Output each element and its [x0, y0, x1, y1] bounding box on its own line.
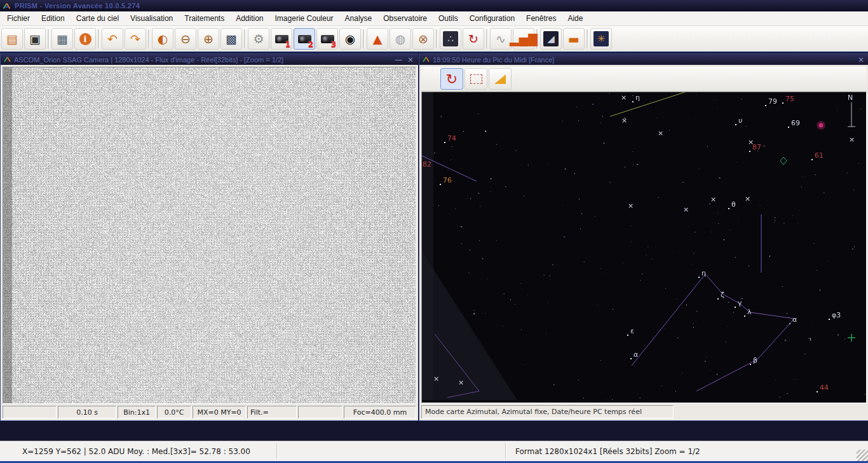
mosaic-icon: ✳	[593, 31, 609, 46]
curve-icon[interactable]: ∿	[490, 28, 512, 50]
menu-observatoire[interactable]: Observatoire	[377, 12, 433, 25]
triangle-glyph	[494, 74, 506, 84]
open-image-icon: ▤	[6, 33, 18, 45]
cursor-readout: X=1259 Y=562 | 52.0 ADU Moy. : Med.[3x3]…	[0, 441, 276, 461]
sky-chart-window: 18:09:50 Heure du Pic du Midi [France] ×…	[419, 53, 868, 421]
sync-icon: ↻	[468, 33, 478, 45]
image-properties-icon: ▦	[57, 33, 68, 45]
menu-outils[interactable]: Outils	[433, 12, 464, 25]
app-title: PRISM - Version Avancée 10.0.5.274	[15, 2, 140, 10]
guider-camera-icon[interactable]: ◉	[339, 28, 361, 50]
app-titlebar: PRISM - Version Avancée 10.0.5.274	[0, 0, 868, 11]
chart-window-titlebar[interactable]: 18:09:50 Heure du Pic du Midi [France] ×	[419, 54, 868, 65]
info-icon[interactable]: i	[74, 28, 96, 50]
contrast-icon: ◐	[158, 33, 168, 45]
close-icon[interactable]: ×	[857, 55, 865, 64]
contrast-icon[interactable]: ◐	[152, 28, 173, 50]
camera-number-badge: 2	[308, 40, 313, 49]
undo-icon: ↶	[107, 33, 118, 45]
maintenance-icon[interactable]: ⊗	[412, 28, 434, 50]
menu-fenetres[interactable]: Fenêtres	[520, 12, 562, 25]
zoom-out-icon: ⊖	[180, 33, 191, 45]
selection-rectangle-glyph	[470, 74, 482, 84]
menu-traitements[interactable]: Traitements	[179, 12, 230, 25]
camera-1-icon[interactable]: 1	[271, 28, 292, 50]
telescope-icon: ◢	[543, 31, 559, 46]
camera-image[interactable]	[3, 67, 416, 404]
main-statusbar: X=1259 Y=562 | 52.0 ADU Moy. : Med.[3x3]…	[0, 441, 868, 463]
maintenance-icon: ⊗	[418, 33, 428, 45]
camera-number-badge: 3	[331, 40, 336, 49]
image-window: ASCOM_Orion SSAG Camera | 1280x1024 - Fl…	[0, 53, 419, 421]
constellation-lines	[422, 92, 867, 400]
mdi-workspace: ASCOM_Orion SSAG Camera | 1280x1024 - Fl…	[0, 53, 868, 443]
image-window-title: ASCOM_Orion SSAG Camera | 1280x1024 - Fl…	[14, 56, 391, 64]
redo-icon: ↷	[130, 33, 140, 45]
histogram-icon: ▂▅▇	[510, 33, 538, 45]
menu-imagerie-couleur[interactable]: Imagerie Couleur	[269, 12, 339, 25]
sequence-icon[interactable]: ▬	[563, 28, 585, 50]
starfield-icon: ∴	[443, 31, 458, 46]
menu-addition[interactable]: Addition	[230, 12, 269, 25]
info-icon: i	[79, 33, 92, 45]
image-enhance-icon[interactable]: ▩	[220, 28, 242, 50]
filter-field: Filt.=	[247, 406, 297, 418]
menu-carte-du-ciel[interactable]: Carte du ciel	[71, 12, 125, 25]
rotate-field-icon[interactable]: ↻	[440, 68, 463, 90]
save-image-icon[interactable]: ▣	[24, 28, 46, 50]
window-logo-icon	[423, 57, 430, 62]
temperature-field: 0.0°C	[157, 406, 191, 418]
camera-2-icon[interactable]: 2	[294, 28, 315, 50]
redo-icon[interactable]: ↷	[125, 28, 146, 50]
rotate-glyph: ↻	[446, 71, 458, 87]
zoom-in-icon: ⊕	[203, 33, 214, 45]
menu-bar: FichierEditionCarte du cielVisualisation…	[0, 11, 868, 26]
gears-icon[interactable]: ⚙	[248, 28, 269, 50]
image-window-titlebar[interactable]: ASCOM_Orion SSAG Camera | 1280x1024 - Fl…	[1, 54, 418, 65]
close-icon[interactable]: ×	[406, 55, 415, 64]
camera-number-badge: 1	[285, 40, 290, 49]
focal-field: Foc=400.0 mm	[344, 406, 416, 418]
image-statusbar: 0.10 s Bin:1x1 0.0°C MX=0 MY=0 Filt.= Fo…	[3, 406, 416, 418]
celestial-sphere-icon[interactable]: ◍	[390, 28, 411, 50]
curve-icon: ∿	[496, 33, 506, 45]
histogram-icon[interactable]: ▂▅▇	[513, 28, 534, 50]
toolbar-separator	[363, 29, 365, 48]
menu-configuration[interactable]: Configuration	[464, 12, 520, 25]
menu-analyse[interactable]: Analyse	[339, 12, 378, 25]
measure-angle-icon[interactable]	[489, 68, 512, 90]
sky-chart[interactable]: η797569υ8761N748276ηζγλαφ3εαβθ44××××××××…	[421, 92, 867, 403]
zoom-out-icon[interactable]: ⊖	[175, 28, 196, 50]
camera-3-icon[interactable]: 3	[316, 28, 338, 50]
mxmy-field: MX=0 MY=0	[193, 406, 246, 418]
minimize-icon[interactable]: —	[394, 55, 403, 64]
menu-fichier[interactable]: Fichier	[1, 12, 36, 25]
chart-statusbar: Mode carte Azimutal, Azimutal fixe, Date…	[421, 405, 867, 418]
toolbar-separator	[436, 29, 438, 48]
menu-edition[interactable]: Edition	[36, 12, 71, 25]
format-readout: Format 1280x1024x1 [Réels 32bits] Zoom =…	[506, 441, 857, 461]
image-enhance-icon: ▩	[226, 33, 237, 45]
sync-icon[interactable]: ↻	[463, 28, 484, 50]
toolbar-separator	[148, 29, 150, 48]
main-toolbar: ▤▣▦i↶↷◐⊖⊕▩⚙123◉▲◍⊗∴↻∿▂▅▇◢▬✳	[0, 26, 868, 53]
starfield-icon[interactable]: ∴	[440, 28, 461, 50]
sequence-icon: ▬	[568, 33, 580, 45]
open-image-icon[interactable]: ▤	[1, 28, 23, 50]
mosaic-icon[interactable]: ✳	[590, 28, 612, 50]
gears-icon: ⚙	[253, 33, 264, 45]
select-region-icon[interactable]	[465, 68, 487, 90]
toolbar-separator	[48, 29, 50, 48]
image-properties-icon[interactable]: ▦	[51, 28, 73, 50]
undo-icon[interactable]: ↶	[102, 28, 123, 50]
prism-logo-icon	[3, 3, 11, 10]
resize-grip[interactable]	[857, 450, 868, 461]
dome-icon[interactable]: ▲	[367, 28, 388, 50]
menu-aide[interactable]: Aide	[562, 12, 588, 25]
exposure-field: 0.10 s	[58, 406, 116, 418]
zoom-in-icon[interactable]: ⊕	[198, 28, 219, 50]
toolbar-separator	[98, 29, 100, 48]
binning-field: Bin:1x1	[118, 406, 156, 418]
telescope-icon[interactable]: ◢	[540, 28, 562, 50]
menu-visualisation[interactable]: Visualisation	[125, 12, 179, 25]
